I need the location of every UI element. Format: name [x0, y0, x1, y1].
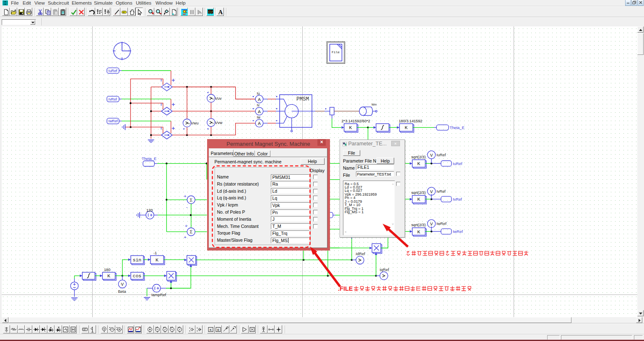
svg-text:Theta_E: Theta_E	[142, 157, 156, 161]
svg-text:Iv: Iv	[257, 103, 260, 107]
svg-text:IdRef: IdRef	[356, 252, 366, 256]
svg-text:K: K	[417, 196, 420, 202]
svg-text:120: 120	[146, 208, 153, 212]
svg-text:IuRef: IuRef	[436, 153, 446, 157]
svg-text:+: +	[184, 194, 187, 199]
svg-text:Iw: Iw	[257, 115, 260, 119]
svg-text:Beta: Beta	[118, 289, 127, 294]
svg-text:IampRef: IampRef	[151, 293, 166, 297]
svg-text:K: K	[349, 125, 352, 130]
svg-text:sqrt(2/3): sqrt(2/3)	[411, 191, 426, 195]
svg-text:-1: -1	[153, 251, 157, 255]
svg-text:V: V	[430, 153, 433, 158]
svg-text:Vwu: Vwu	[191, 121, 198, 125]
svg-text:V: V	[430, 189, 433, 194]
svg-text:K: K	[156, 257, 158, 263]
svg-text:sin: sin	[133, 257, 142, 263]
svg-text:IuRef: IuRef	[453, 162, 462, 166]
svg-text:Vvw: Vvw	[215, 120, 223, 125]
svg-text:180/3.141592: 180/3.141592	[399, 119, 422, 123]
svg-text:A: A	[218, 9, 223, 16]
svg-text:IvRef: IvRef	[453, 197, 462, 202]
svg-text:PMSM: PMSM	[296, 96, 309, 102]
svg-text:Iu: Iu	[257, 91, 260, 96]
svg-text:K: K	[417, 161, 420, 166]
svg-text:A: A	[258, 109, 261, 114]
svg-text:+: +	[185, 223, 187, 228]
svg-text:2*3.141592/60*2: 2*3.141592/60*2	[342, 119, 370, 123]
svg-text:A: A	[258, 97, 261, 102]
svg-text:Vuv: Vuv	[215, 96, 222, 101]
svg-text:B: B	[217, 328, 219, 331]
svg-text:cos: cos	[133, 273, 142, 279]
svg-text:Σ: Σ	[190, 197, 192, 203]
svg-text:-: -	[186, 204, 188, 209]
svg-text:+: +	[184, 235, 187, 240]
svg-text:File: File	[332, 50, 340, 54]
svg-text:IwRef: IwRef	[436, 222, 447, 226]
svg-text:V: V	[430, 222, 433, 227]
svg-text:IwRef: IwRef	[453, 230, 463, 234]
svg-text:K: K	[210, 328, 212, 331]
svg-text:K: K	[417, 229, 420, 235]
svg-text:IvRef: IvRef	[109, 97, 117, 101]
svg-text:180: 180	[104, 268, 110, 272]
svg-text:IuRef: IuRef	[109, 69, 118, 73]
svg-text:sqrt(2/3): sqrt(2/3)	[411, 223, 426, 227]
svg-text:V: V	[121, 282, 124, 287]
svg-text:IvRef: IvRef	[436, 189, 446, 194]
svg-text:Wm: Wm	[371, 103, 377, 106]
svg-text:IwRef: IwRef	[109, 119, 118, 123]
svg-text:K: K	[107, 273, 110, 279]
svg-text:K: K	[405, 125, 408, 130]
svg-text:Σ: Σ	[190, 229, 192, 235]
svg-text:A: A	[258, 121, 261, 126]
svg-text:IqRef: IqRef	[380, 268, 390, 272]
svg-text:Theta_E: Theta_E	[450, 126, 465, 130]
svg-text:sqrt(2/3): sqrt(2/3)	[411, 155, 426, 159]
